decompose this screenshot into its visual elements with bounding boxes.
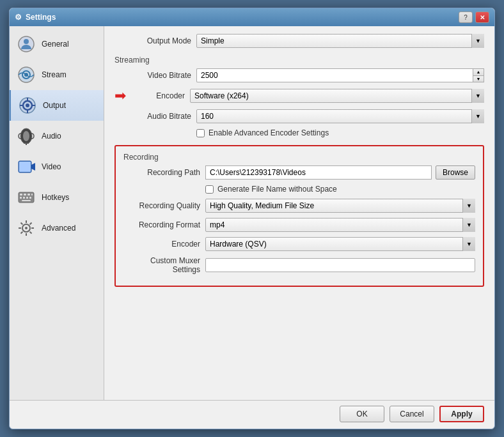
svg-rect-25 bbox=[23, 197, 25, 199]
recording-encoder-row: Encoder Hardware (QSV) ▼ bbox=[123, 237, 475, 251]
content-area: General Stream bbox=[10, 26, 494, 400]
video-bitrate-increment[interactable]: ▲ bbox=[473, 69, 484, 76]
hotkeys-icon bbox=[16, 187, 36, 208]
svg-rect-24 bbox=[20, 197, 22, 199]
svg-rect-17 bbox=[19, 162, 31, 172]
sidebar-video-label: Video bbox=[42, 162, 61, 171]
audio-icon bbox=[16, 126, 36, 146]
video-bitrate-label: Video Bitrate bbox=[114, 71, 191, 80]
streaming-section-label: Streaming bbox=[114, 56, 484, 65]
sidebar-item-stream[interactable]: Stream bbox=[10, 59, 104, 90]
svg-point-1 bbox=[24, 39, 29, 44]
encoder-arrow-indicator: ➡ bbox=[114, 88, 126, 104]
general-icon bbox=[16, 34, 36, 54]
enable-advanced-label: Enable Advanced Encoder Settings bbox=[209, 128, 329, 137]
output-icon bbox=[17, 95, 38, 116]
recording-format-select-wrap: mp4 ▼ bbox=[205, 218, 475, 232]
recording-quality-row: Recording Quality High Quality, Medium F… bbox=[123, 199, 475, 213]
recording-section-label: Recording bbox=[123, 153, 475, 162]
enable-advanced-row: Enable Advanced Encoder Settings bbox=[114, 128, 484, 137]
sidebar-item-general[interactable]: General bbox=[10, 29, 104, 59]
recording-quality-select-wrap: High Quality, Medium File Size ▼ bbox=[205, 199, 475, 213]
video-bitrate-input[interactable] bbox=[196, 68, 473, 82]
sidebar: General Stream bbox=[10, 26, 104, 400]
cancel-button[interactable]: Cancel bbox=[390, 406, 434, 422]
svg-rect-22 bbox=[28, 194, 30, 195]
ok-button[interactable]: OK bbox=[340, 406, 384, 422]
svg-point-13 bbox=[23, 131, 29, 141]
generate-filename-row: Generate File Name without Space bbox=[123, 185, 475, 194]
recording-quality-label: Recording Quality bbox=[123, 201, 200, 210]
svg-point-30 bbox=[25, 227, 28, 229]
custom-muxer-row: Custom Muxer Settings bbox=[123, 256, 475, 274]
sidebar-advanced-label: Advanced bbox=[42, 224, 75, 233]
recording-path-label: Recording Path bbox=[123, 168, 200, 177]
recording-encoder-select-wrap: Hardware (QSV) ▼ bbox=[205, 237, 475, 251]
sidebar-item-hotkeys[interactable]: Hotkeys bbox=[10, 182, 104, 213]
output-mode-select[interactable]: Simple bbox=[196, 34, 484, 48]
encoder-row: ➡ Encoder Software (x264) ▼ bbox=[114, 88, 484, 104]
custom-muxer-input[interactable] bbox=[205, 258, 475, 272]
sidebar-item-audio[interactable]: Audio bbox=[10, 121, 104, 151]
recording-section: Recording Recording Path Browse Generate… bbox=[114, 145, 484, 287]
audio-bitrate-select-wrap: 160 ▼ bbox=[196, 109, 484, 123]
svg-rect-27 bbox=[29, 197, 31, 199]
video-bitrate-spinbox: ▲ ▼ bbox=[196, 68, 484, 82]
svg-rect-23 bbox=[31, 194, 33, 195]
output-mode-label: Output Mode bbox=[114, 36, 191, 45]
main-panel: Output Mode Simple ▼ Streaming Video Bit… bbox=[104, 26, 494, 400]
output-mode-row: Output Mode Simple ▼ bbox=[114, 34, 484, 48]
apply-button[interactable]: Apply bbox=[439, 406, 484, 422]
help-button[interactable]: ? bbox=[459, 12, 473, 23]
video-bitrate-row: Video Bitrate ▲ ▼ bbox=[114, 68, 484, 82]
svg-marker-18 bbox=[31, 163, 35, 171]
encoder-label: Encoder bbox=[129, 91, 185, 100]
title-bar-controls: ? ✕ bbox=[459, 12, 489, 23]
svg-rect-20 bbox=[20, 194, 22, 195]
recording-format-select[interactable]: mp4 bbox=[205, 218, 475, 232]
svg-rect-14 bbox=[24, 142, 29, 144]
recording-quality-select[interactable]: High Quality, Medium File Size bbox=[205, 199, 475, 213]
streaming-section: Streaming Video Bitrate ▲ ▼ ➡ Enco bbox=[114, 56, 484, 137]
title-bar-left: ⚙ Settings bbox=[15, 13, 56, 22]
sidebar-output-label: Output bbox=[43, 101, 66, 110]
video-icon bbox=[16, 157, 36, 177]
enable-advanced-checkbox[interactable] bbox=[196, 129, 205, 137]
browse-button[interactable]: Browse bbox=[436, 165, 475, 180]
recording-format-row: Recording Format mp4 ▼ bbox=[123, 218, 475, 232]
sidebar-audio-label: Audio bbox=[42, 132, 61, 141]
sidebar-hotkeys-label: Hotkeys bbox=[42, 193, 69, 202]
svg-point-7 bbox=[26, 103, 29, 107]
footer: OK Cancel Apply bbox=[10, 400, 494, 429]
sidebar-item-video[interactable]: Video bbox=[10, 151, 104, 182]
audio-bitrate-row: Audio Bitrate 160 ▼ bbox=[114, 109, 484, 123]
recording-encoder-label: Encoder bbox=[123, 240, 200, 249]
sidebar-general-label: General bbox=[42, 40, 69, 49]
output-mode-select-wrap: Simple ▼ bbox=[196, 34, 484, 48]
close-button[interactable]: ✕ bbox=[475, 12, 489, 23]
generate-filename-label: Generate File Name without Space bbox=[217, 185, 337, 194]
advanced-icon bbox=[16, 218, 36, 238]
recording-path-row: Recording Path Browse bbox=[123, 165, 475, 180]
recording-encoder-select[interactable]: Hardware (QSV) bbox=[205, 237, 475, 251]
video-bitrate-decrement[interactable]: ▼ bbox=[473, 76, 484, 82]
svg-rect-21 bbox=[24, 194, 26, 195]
generate-filename-checkbox[interactable] bbox=[205, 185, 214, 194]
window-title-icon: ⚙ bbox=[15, 13, 22, 22]
svg-rect-26 bbox=[26, 197, 28, 199]
audio-bitrate-label: Audio Bitrate bbox=[114, 112, 191, 121]
window-title: Settings bbox=[26, 13, 56, 22]
sidebar-item-advanced[interactable]: Advanced bbox=[10, 213, 104, 243]
svg-rect-15 bbox=[26, 144, 27, 145]
sidebar-stream-label: Stream bbox=[42, 70, 67, 79]
video-bitrate-spin-buttons: ▲ ▼ bbox=[473, 68, 484, 82]
recording-format-label: Recording Format bbox=[123, 220, 200, 229]
encoder-select-wrap: Software (x264) ▼ bbox=[190, 89, 484, 103]
sidebar-item-output[interactable]: Output bbox=[10, 90, 104, 121]
stream-icon bbox=[16, 65, 36, 85]
encoder-select[interactable]: Software (x264) bbox=[190, 89, 484, 103]
audio-bitrate-select[interactable]: 160 bbox=[196, 109, 484, 123]
recording-path-input[interactable] bbox=[205, 165, 432, 180]
custom-muxer-label: Custom Muxer Settings bbox=[123, 256, 200, 274]
svg-rect-28 bbox=[22, 200, 31, 201]
